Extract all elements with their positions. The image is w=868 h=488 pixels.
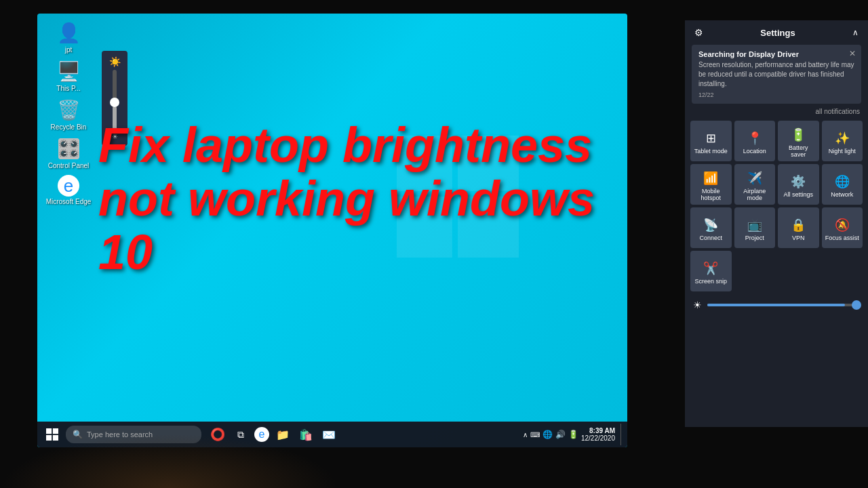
user-profile-icon: 👤 xyxy=(56,20,81,45)
all-settings-icon: ⚙️ xyxy=(791,174,806,189)
settings-gear-icon[interactable]: ⚙ xyxy=(694,27,703,38)
desktop-icon-user-profile[interactable]: 👤 jpt xyxy=(44,20,93,54)
desktop-icon-this-pc[interactable]: 🖥️ This P... xyxy=(44,59,93,92)
all-notifications-link[interactable]: all notifications xyxy=(685,106,868,118)
qa-all-settings[interactable]: ⚙️ All settings xyxy=(778,164,819,205)
project-icon: 📺 xyxy=(747,218,762,232)
focus-assist-icon: 🔕 xyxy=(835,218,850,232)
battery-saver-icon: 🔋 xyxy=(791,127,806,142)
recycle-bin-icon: 🗑️ xyxy=(56,98,81,122)
qa-network[interactable]: 🌐 Network xyxy=(822,164,863,205)
desktop-icon-edge[interactable]: e Microsoft Edge xyxy=(44,175,93,205)
tray-icons: ∧ ⌨ 🌐 🔊 🔋 xyxy=(523,430,578,439)
screen-snip-icon: ✂️ xyxy=(703,261,718,276)
clock-time: 8:39 AM xyxy=(581,427,615,434)
screen-snip-label: Screen snip xyxy=(694,278,727,285)
control-panel-icon: 🎛️ xyxy=(56,136,81,161)
qa-mobile-hotspot[interactable]: 📶 Mobile hotspot xyxy=(690,164,732,205)
network-icon: 🌐 xyxy=(835,174,850,189)
svg-rect-4 xyxy=(46,428,52,434)
notification-close-button[interactable]: ✕ xyxy=(849,49,856,58)
notification-card: ✕ Searching for Display Driver Screen re… xyxy=(692,45,861,104)
tray-clock[interactable]: 8:39 AM 12/22/2020 xyxy=(581,427,615,442)
qa-night-light[interactable]: ✨ Night light xyxy=(822,121,863,161)
notification-body: Screen resolution, performance and batte… xyxy=(698,60,854,89)
vpn-icon: 🔒 xyxy=(791,218,806,232)
action-center-panel: ⚙ Settings ∧ ✕ Searching for Display Dri… xyxy=(685,20,868,427)
night-light-icon: ✨ xyxy=(835,131,850,146)
edge-icon: e xyxy=(58,175,79,197)
qa-focus-assist[interactable]: 🔕 Focus assist xyxy=(822,207,863,248)
edge-label: Microsoft Edge xyxy=(46,198,92,205)
action-center-collapse-icon[interactable]: ∧ xyxy=(852,28,859,37)
tray-battery-icon: 🔋 xyxy=(568,430,578,439)
monitor-frame: 👤 jpt 🖥️ This P... 🗑️ Recycle Bin 🎛️ Con… xyxy=(37,14,627,447)
svg-rect-5 xyxy=(53,428,58,434)
show-desktop-button[interactable] xyxy=(620,424,625,445)
quick-actions-grid: ⊞ Tablet mode 📍 Location 🔋 Battery saver… xyxy=(685,118,868,294)
qa-tablet-mode[interactable]: ⊞ Tablet mode xyxy=(690,121,732,161)
airplane-mode-label: Airplane mode xyxy=(737,188,773,201)
desktop-icon-control-panel[interactable]: 🎛️ Control Panel xyxy=(44,136,93,169)
all-settings-label: All settings xyxy=(783,191,813,198)
qa-battery-saver[interactable]: 🔋 Battery saver xyxy=(778,121,819,161)
clock-date: 12/22/2020 xyxy=(581,434,615,442)
desktop-icons: 👤 jpt 🖥️ This P... 🗑️ Recycle Bin 🎛️ Con… xyxy=(44,20,93,205)
qa-screen-snip[interactable]: ✂️ Screen snip xyxy=(690,251,732,291)
tablet-mode-icon: ⊞ xyxy=(706,131,716,146)
vpn-label: VPN xyxy=(792,235,805,241)
mobile-hotspot-icon: 📶 xyxy=(703,171,718,186)
action-center-header: ⚙ Settings ∧ xyxy=(685,20,868,42)
brightness-popup-icon: ☀️ xyxy=(109,56,121,67)
connect-icon: 📡 xyxy=(703,218,718,232)
location-label: Location xyxy=(743,148,766,155)
tray-network-icon[interactable]: 🌐 xyxy=(542,430,553,439)
tray-volume-icon[interactable]: 🔊 xyxy=(555,430,566,439)
focus-assist-label: Focus assist xyxy=(825,235,859,241)
brightness-control-row: ☀ xyxy=(685,294,868,313)
brightness-slider[interactable] xyxy=(707,304,860,306)
recycle-bin-label: Recycle Bin xyxy=(51,123,87,131)
tray-chevron-icon[interactable]: ∧ xyxy=(523,431,528,439)
this-pc-icon: 🖥️ xyxy=(56,59,81,83)
qa-vpn[interactable]: 🔒 VPN xyxy=(778,207,819,248)
this-pc-label: This P... xyxy=(56,85,80,92)
user-profile-label: jpt xyxy=(65,46,73,54)
brightness-slider-fill xyxy=(707,304,845,306)
hand-shadow xyxy=(0,434,339,488)
project-label: Project xyxy=(745,235,764,241)
tablet-mode-label: Tablet mode xyxy=(694,148,728,155)
overlay-line2: not working windows 10 xyxy=(98,172,627,279)
connect-label: Connect xyxy=(699,235,722,241)
location-icon: 📍 xyxy=(747,131,762,146)
desktop: 👤 jpt 🖥️ This P... 🗑️ Recycle Bin 🎛️ Con… xyxy=(37,14,627,447)
control-panel-label: Control Panel xyxy=(48,162,90,169)
brightness-slider-thumb[interactable] xyxy=(852,300,861,310)
network-label: Network xyxy=(831,191,853,198)
notification-title: Searching for Display Driver xyxy=(698,50,854,58)
taskbar-tray: ∧ ⌨ 🌐 🔊 🔋 8:39 AM 12/22/2020 xyxy=(523,424,625,445)
overlay-text: Fix laptop brightness not working window… xyxy=(98,119,627,280)
mobile-hotspot-label: Mobile hotspot xyxy=(693,188,729,201)
qa-location[interactable]: 📍 Location xyxy=(734,121,776,161)
tray-keyboard-icon: ⌨ xyxy=(530,431,540,439)
brightness-sun-icon: ☀ xyxy=(693,300,702,310)
desktop-icon-recycle-bin[interactable]: 🗑️ Recycle Bin xyxy=(44,98,93,131)
battery-saver-label: Battery saver xyxy=(781,144,816,158)
night-light-label: Night light xyxy=(829,148,856,155)
notification-time: 12/22 xyxy=(698,92,854,98)
airplane-mode-icon: ✈️ xyxy=(747,171,762,186)
brightness-slider-thumb[interactable] xyxy=(110,98,119,107)
qa-project[interactable]: 📺 Project xyxy=(734,207,776,248)
action-center-title: Settings xyxy=(760,28,795,38)
qa-connect[interactable]: 📡 Connect xyxy=(690,207,732,248)
overlay-line1: Fix laptop brightness xyxy=(98,119,627,172)
qa-airplane-mode[interactable]: ✈️ Airplane mode xyxy=(734,164,776,205)
